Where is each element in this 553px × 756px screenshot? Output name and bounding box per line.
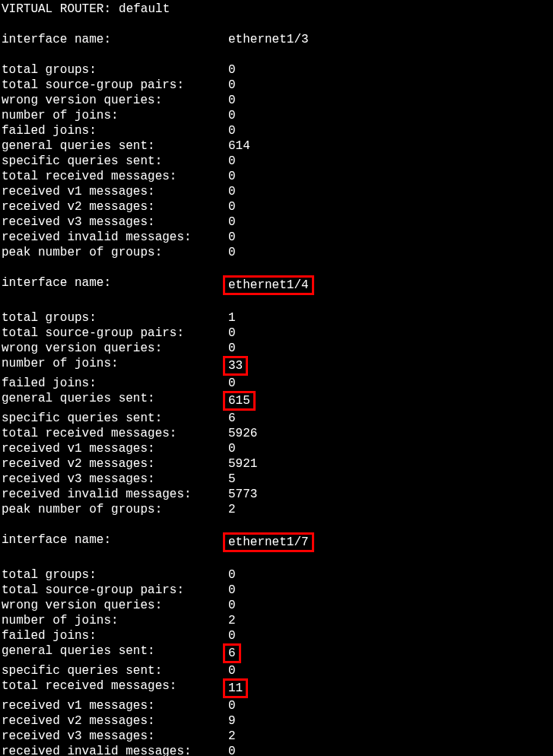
stat-row: received v3 messages:0 [2,214,551,230]
interface-name-value: ethernet1/7 [223,532,314,552]
stat-row: received v2 messages:0 [2,199,551,214]
virtual-router-value: default [119,2,170,17]
stat-value: 2 [228,729,236,744]
stat-label: specific queries sent: [2,411,228,426]
stat-value: 0 [228,598,236,613]
stat-label: failed joins: [2,376,228,391]
blank-line [2,295,551,310]
stat-label: number of joins: [2,356,228,376]
interface-name-row: interface name:ethernet1/7 [2,532,551,552]
stat-value: 5 [228,472,236,487]
stat-row: total received messages:5926 [2,426,551,441]
stat-row: received v1 messages:0 [2,184,551,199]
stat-label: total groups: [2,567,228,583]
stat-label: specific queries sent: [2,154,228,169]
interface-name-label: interface name: [2,532,228,552]
virtual-router-header: VIRTUAL ROUTER: default [2,2,551,17]
stat-value: 11 [223,678,248,698]
virtual-router-label: VIRTUAL ROUTER: [2,2,119,17]
stat-label: received invalid messages: [2,744,228,756]
stat-value: 0 [228,441,236,456]
stat-row: total received messages:0 [2,169,551,184]
stat-row: general queries sent:615 [2,391,551,411]
interface-name-value: ethernet1/4 [223,275,314,295]
blank-line [2,17,551,32]
stat-row: received invalid messages:0 [2,230,551,245]
blank-line [2,552,551,567]
stat-label: total source-group pairs: [2,78,228,93]
stat-label: received v2 messages: [2,713,228,729]
stat-row: general queries sent:614 [2,138,551,154]
stat-value: 0 [228,169,236,184]
stat-label: received v2 messages: [2,456,228,472]
stat-value: 615 [223,391,256,411]
stat-value: 5773 [228,487,257,502]
interface-name-row: interface name:ethernet1/3 [2,32,551,47]
stat-value: 6 [223,643,241,663]
stat-label: received invalid messages: [2,487,228,502]
stat-value: 2 [228,613,236,628]
stat-value: 0 [228,663,236,678]
stat-value: 33 [223,356,248,376]
stat-value: 0 [228,108,236,123]
blank-line [2,260,551,275]
stat-row: received v1 messages:0 [2,698,551,713]
stat-label: wrong version queries: [2,598,228,613]
stat-label: total source-group pairs: [2,583,228,598]
stat-row: failed joins:0 [2,376,551,391]
stat-row: failed joins:0 [2,123,551,138]
stat-value: 5921 [228,456,257,472]
stat-row: number of joins:0 [2,108,551,123]
stat-label: wrong version queries: [2,341,228,356]
stat-value: 0 [228,628,236,643]
stat-label: total groups: [2,310,228,326]
stat-label: peak number of groups: [2,502,228,517]
stat-label: specific queries sent: [2,663,228,678]
stat-row: specific queries sent:0 [2,154,551,169]
stat-label: failed joins: [2,123,228,138]
stat-row: peak number of groups:0 [2,245,551,260]
stat-row: total received messages:11 [2,678,551,698]
stat-row: failed joins:0 [2,628,551,643]
blank-line [2,47,551,62]
stat-value: 1 [228,310,236,326]
stat-value: 0 [228,245,236,260]
stat-row: received v3 messages:2 [2,729,551,744]
stat-value: 0 [228,376,236,391]
stat-row: peak number of groups:2 [2,502,551,517]
stat-value: 0 [228,154,236,169]
stat-label: received v1 messages: [2,698,228,713]
stat-label: total received messages: [2,169,228,184]
stat-label: peak number of groups: [2,245,228,260]
stat-value: 0 [228,567,236,583]
stat-value: 9 [228,713,236,729]
stat-value: 0 [228,199,236,214]
stat-row: received v1 messages:0 [2,441,551,456]
stat-label: general queries sent: [2,391,228,411]
stat-label: received v2 messages: [2,199,228,214]
interface-name-value: ethernet1/3 [228,32,309,47]
stat-value: 5926 [228,426,257,441]
stat-value: 0 [228,62,236,78]
stat-label: total received messages: [2,678,228,698]
stat-label: total received messages: [2,426,228,441]
stat-row: total source-group pairs:0 [2,78,551,93]
stat-row: wrong version queries:0 [2,341,551,356]
stat-row: specific queries sent:6 [2,411,551,426]
stat-row: total groups:1 [2,310,551,326]
stat-label: wrong version queries: [2,93,228,108]
stat-value: 0 [228,698,236,713]
stat-value: 0 [228,341,236,356]
stat-value: 0 [228,583,236,598]
stat-value: 614 [228,138,250,154]
stat-row: general queries sent:6 [2,643,551,663]
stat-value: 0 [228,78,236,93]
stat-label: total groups: [2,62,228,78]
stat-row: specific queries sent:0 [2,663,551,678]
stat-row: number of joins:2 [2,613,551,628]
stat-label: received v3 messages: [2,214,228,230]
stat-label: failed joins: [2,628,228,643]
interface-name-row: interface name:ethernet1/4 [2,275,551,295]
stat-row: received invalid messages:0 [2,744,551,756]
stat-value: 0 [228,326,236,341]
